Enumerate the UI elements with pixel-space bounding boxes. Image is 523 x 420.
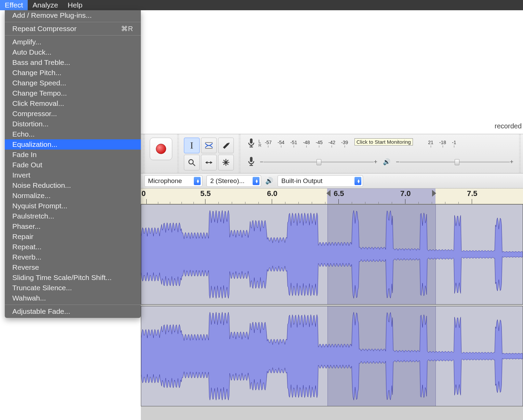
db-tick: 21 (428, 140, 433, 148)
menu-item-truncate-silence[interactable]: Truncate Silence... (5, 283, 141, 293)
ruler-tick-label: 5.5 (200, 189, 211, 198)
waveform-channel-left[interactable] (141, 204, 523, 305)
ruler-tick (272, 199, 272, 204)
menu-item-repeat[interactable]: Repeat... (5, 242, 141, 252)
menu-item-echo[interactable]: Echo... (5, 129, 141, 139)
toolbar-grip[interactable] (239, 134, 241, 173)
menu-item-reverse[interactable]: Reverse (5, 262, 141, 272)
menu-item-noise-reduction[interactable]: Noise Reduction... (5, 180, 141, 191)
menu-item-label: Normalize... (12, 192, 51, 200)
menu-item-label: Truncate Silence... (12, 284, 72, 292)
menu-item-change-speed[interactable]: Change Speed... (5, 78, 141, 88)
menu-item-label: Repeat Compressor (12, 25, 77, 33)
draw-tool-button[interactable] (218, 138, 234, 153)
menu-item-distortion[interactable]: Distortion... (5, 119, 141, 129)
timeline-ruler[interactable]: 05.56.06.57.07.5 (141, 188, 523, 204)
playback-device-label: Built-in Output (281, 177, 322, 185)
db-tick: -51 (290, 140, 297, 148)
monitoring-tooltip: Click to Start Monitoring (354, 138, 413, 145)
ruler-tick-label: 6.5 (334, 189, 344, 198)
ruler-tick-minor (432, 202, 432, 204)
menu-item-amplify[interactable]: Amplify... (5, 37, 141, 47)
menu-item-change-pitch[interactable]: Change Pitch... (5, 68, 141, 78)
menu-item-equalization[interactable]: Equalization... (5, 139, 141, 150)
menu-item-label: Equalization... (12, 140, 57, 149)
slider-thumb[interactable] (317, 159, 321, 165)
menu-item-label: Repair (12, 233, 33, 241)
ruler-tick-label: 7.5 (467, 189, 478, 198)
ruler-tick-minor (232, 202, 232, 204)
menu-item-change-tempo[interactable]: Change Tempo... (5, 88, 141, 98)
menu-item-label: Reverb... (12, 253, 41, 261)
db-tick: -54 (278, 140, 284, 148)
ruler-tick-minor (418, 202, 419, 204)
ruler-tick-minor (378, 202, 379, 204)
waveform (141, 306, 523, 406)
toolbar-grip[interactable] (177, 134, 179, 173)
recording-channels-label: 2 (Stereo)... (210, 177, 244, 185)
playback-meter-row: − + 🔊 − + (246, 155, 513, 169)
waveform-channel-right[interactable] (141, 306, 523, 406)
meter-lr-label: L R (258, 139, 262, 148)
minus-icon: − (396, 158, 400, 166)
recording-channels-combo[interactable]: 2 (Stereo)... ▴▾ (206, 175, 261, 187)
playback-volume-slider[interactable]: − + (396, 157, 513, 167)
menu-item-sliding-time-scale-pitch-shift[interactable]: Sliding Time Scale/Pitch Shift... (5, 272, 141, 283)
envelope-tool-button[interactable] (201, 138, 217, 153)
menu-item-bass-and-treble[interactable]: Bass and Treble... (5, 57, 141, 68)
tools-toolbar: I ✳ (181, 134, 237, 174)
recording-meter-scale[interactable]: -57-54-51-48-45-42-39Click to Start Moni… (265, 140, 513, 148)
menu-item-wahwah[interactable]: Wahwah... (5, 293, 141, 303)
selection-tool-button[interactable]: I (184, 138, 200, 153)
menu-item-label: Fade Out (12, 161, 42, 169)
zoom-tool-icon (187, 158, 196, 167)
toolbar-grip[interactable] (519, 134, 521, 173)
zoom-tool-button[interactable] (184, 155, 200, 170)
menu-item-label: Nyquist Prompt... (12, 202, 67, 210)
recording-volume-slider[interactable]: − + (260, 157, 377, 167)
menu-item-fade-out[interactable]: Fade Out (5, 160, 141, 170)
record-button[interactable] (150, 138, 172, 160)
menu-item-adjustable-fade[interactable]: Adjustable Fade... (5, 306, 141, 317)
ruler-tick-minor (312, 202, 312, 204)
plus-icon: + (510, 158, 513, 166)
ruler-tick-label: 6.0 (267, 189, 278, 198)
menu-help[interactable]: Help (63, 0, 87, 10)
menu-analyze[interactable]: Analyze (28, 0, 63, 10)
ruler-tick-minor (258, 202, 259, 204)
menu-item-phaser[interactable]: Phaser... (5, 221, 141, 232)
ruler-tick (146, 199, 147, 204)
menu-item-label: Phaser... (12, 222, 41, 230)
menu-item-compressor[interactable]: Compressor... (5, 109, 141, 119)
menu-item-label: Click Removal... (12, 99, 64, 108)
recording-meter[interactable]: L R -57-54-51-48-45-42-39Click to Start … (246, 136, 513, 151)
menu-item-repair[interactable]: Repair (5, 232, 141, 242)
menu-item-paulstretch[interactable]: Paulstretch... (5, 211, 141, 221)
menu-item-click-removal[interactable]: Click Removal... (5, 98, 141, 109)
menubar: Effect Analyze Help (0, 0, 523, 10)
svg-rect-5 (250, 139, 253, 144)
menu-item-nyquist-prompt[interactable]: Nyquist Prompt... (5, 201, 141, 211)
ruler-tick (338, 199, 339, 204)
menu-item-normalize[interactable]: Normalize... (5, 191, 141, 201)
chevron-updown-icon: ▴▾ (358, 179, 360, 183)
timeshift-tool-button[interactable] (201, 155, 217, 170)
menu-item-auto-duck[interactable]: Auto Duck... (5, 47, 141, 57)
chevron-updown-icon: ▴▾ (197, 179, 199, 183)
toolbar-grip[interactable] (143, 134, 145, 173)
recording-device-combo[interactable]: Microphone ▴▾ (144, 175, 202, 187)
menu-item-repeat-last[interactable]: Repeat Compressor ⌘R (5, 24, 141, 34)
ruler-tick-minor (352, 202, 352, 204)
menu-item-add-remove-plugins[interactable]: Add / Remove Plug-ins... (5, 10, 141, 20)
multi-tool-button[interactable]: ✳ (218, 155, 234, 170)
menu-item-reverb[interactable]: Reverb... (5, 252, 141, 262)
ruler-tick-minor (245, 202, 245, 204)
menu-item-fade-in[interactable]: Fade In (5, 150, 141, 160)
menu-item-invert[interactable]: Invert (5, 170, 141, 180)
ruler-tick-minor (182, 202, 182, 204)
microphone-icon (246, 156, 256, 168)
menu-effect[interactable]: Effect (0, 0, 28, 10)
slider-thumb[interactable] (455, 159, 459, 165)
device-toolbar: Microphone ▴▾ 2 (Stereo)... ▴▾ 🔊 Built-i… (141, 173, 523, 188)
playback-device-combo[interactable]: Built-in Output ▴▾ (278, 175, 363, 187)
